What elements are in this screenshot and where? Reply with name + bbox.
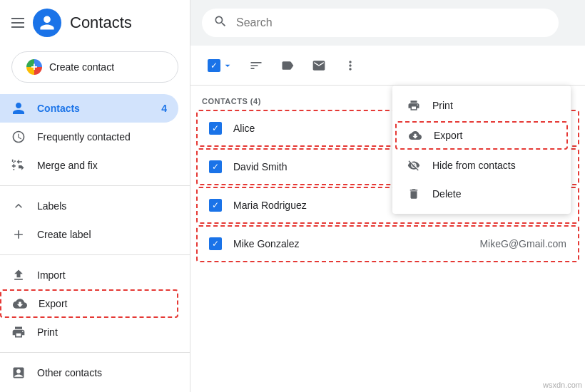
main-content: Print Export Hide from contacts (190, 0, 585, 392)
dropdown-item-export[interactable]: Export (395, 121, 568, 150)
clock-icon (11, 130, 26, 144)
plus-icon (11, 227, 26, 242)
dropdown-item-hide[interactable]: Hide from contacts (392, 151, 571, 180)
contacts-badge: 4 (161, 103, 167, 114)
delete-menu-icon (407, 187, 421, 201)
contact-row-mike[interactable]: Mike Gonzalez MikeG@Gmail.com (196, 225, 579, 262)
toolbar: Print Export Hide from contacts (190, 46, 585, 86)
app-logo (33, 9, 61, 37)
watermark: wsxdn.com (543, 381, 582, 389)
contact-checkbox-maria (209, 199, 222, 212)
print-menu-label: Print (432, 100, 453, 111)
sidebar: Contacts Create contact Contacts 4 Frequ… (0, 0, 190, 392)
divider-1 (0, 185, 190, 186)
sidebar-item-import[interactable]: Import (0, 261, 178, 289)
sidebar-header: Contacts (0, 0, 190, 46)
colored-plus-icon (26, 59, 42, 75)
print-icon (11, 325, 26, 339)
contacts-logo-icon (39, 14, 56, 31)
search-icon (213, 14, 228, 31)
import-icon (11, 268, 26, 282)
sidebar-item-merge-and-fix[interactable]: Merge and fix (0, 151, 178, 180)
email-button[interactable] (305, 51, 333, 80)
hide-menu-icon (407, 158, 421, 172)
chevron-up-icon (11, 199, 26, 213)
print-label: Print (37, 326, 58, 338)
sidebar-item-export[interactable]: Export (0, 289, 178, 318)
print-menu-icon (407, 98, 421, 113)
frequently-contacted-label: Frequently contacted (37, 131, 131, 143)
divider-3 (0, 352, 190, 353)
hamburger-icon[interactable] (11, 18, 24, 28)
dropdown-menu: Print Export Hide from contacts (392, 86, 571, 214)
export-icon (13, 296, 27, 311)
import-label: Import (37, 269, 66, 281)
export-menu-label: Export (434, 130, 462, 141)
contacts-nav-label: Contacts (37, 103, 80, 114)
contact-email-mike: MikeG@Gmail.com (479, 238, 566, 249)
dropdown-arrow-icon (222, 60, 233, 71)
contact-checkbox-david (209, 160, 222, 173)
topbar (190, 0, 585, 46)
sidebar-item-contacts[interactable]: Contacts 4 (0, 94, 178, 123)
contact-checkbox-alice (209, 122, 222, 135)
sidebar-item-frequently-contacted[interactable]: Frequently contacted (0, 123, 178, 151)
app-title: Contacts (70, 14, 132, 32)
create-contact-button[interactable]: Create contact (11, 51, 178, 83)
sidebar-item-create-label[interactable]: Create label (0, 220, 178, 249)
sidebar-item-print[interactable]: Print (0, 318, 178, 346)
create-label-label: Create label (37, 229, 91, 240)
other-contacts-label: Other contacts (37, 367, 102, 378)
dropdown-item-print[interactable]: Print (392, 91, 571, 120)
select-all-button[interactable] (202, 55, 239, 76)
labels-section-header[interactable]: Labels (0, 192, 190, 220)
hide-menu-label: Hide from contacts (432, 160, 516, 171)
label-button[interactable] (273, 51, 302, 80)
export-menu-icon (408, 128, 422, 143)
search-box[interactable] (202, 9, 559, 37)
divider-2 (0, 254, 190, 255)
contact-name-mike: Mike Gonzalez (233, 238, 468, 249)
merge-and-fix-label: Merge and fix (37, 160, 98, 171)
labels-label: Labels (37, 200, 66, 212)
merge-icon (11, 158, 26, 172)
person-icon (11, 101, 26, 115)
export-label: Export (39, 298, 67, 309)
create-contact-label: Create contact (49, 61, 114, 73)
more-options-button[interactable] (336, 51, 365, 80)
dropdown-item-delete[interactable]: Delete (392, 180, 571, 208)
delete-menu-label: Delete (432, 188, 461, 200)
other-contacts-icon (11, 366, 26, 380)
search-input[interactable] (236, 16, 547, 29)
contact-checkbox-mike (209, 237, 222, 250)
select-all-checkbox (208, 59, 220, 72)
sidebar-item-other-contacts[interactable]: Other contacts (0, 359, 178, 387)
sort-button[interactable] (242, 51, 270, 80)
